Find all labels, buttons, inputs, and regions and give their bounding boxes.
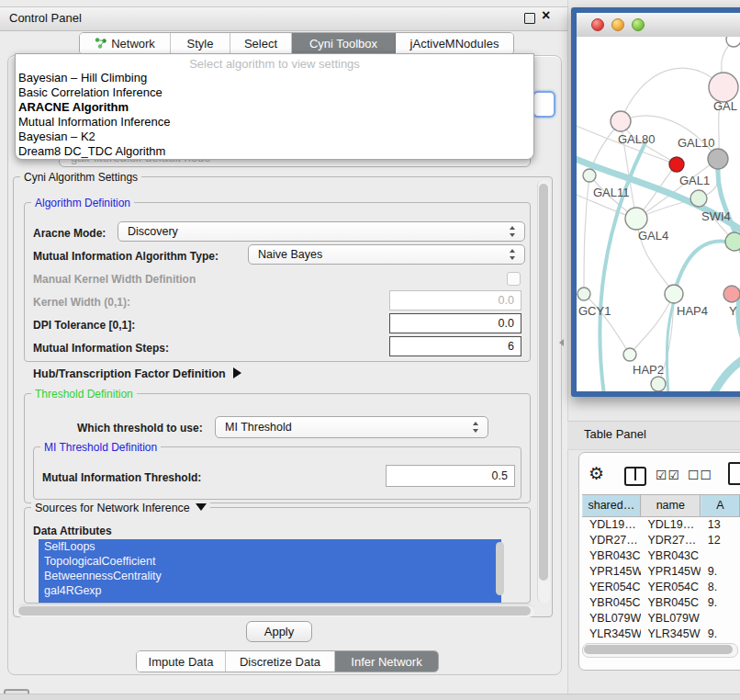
node-label: GAL11 [593,186,630,199]
mi-type-combo[interactable]: Naive Bayes [248,244,525,265]
close-icon[interactable]: × [542,7,550,24]
table-row[interactable]: YDL19…YDL19…13 [582,517,740,533]
data-attributes-label: Data Attributes [33,525,112,537]
close-traffic-light-icon[interactable] [591,18,604,31]
panel-title: Control Panel [9,11,82,25]
tab-label: Infer Network [351,655,421,669]
network-node[interactable] [690,190,707,207]
column-header[interactable]: name [641,495,701,516]
network-node[interactable] [669,157,684,172]
attribute-item[interactable]: BetweennessCentrality [39,569,501,583]
node-label: GCY1 [578,304,611,318]
tab-infer-network[interactable]: Infer Network [335,651,438,672]
combo-arrows-icon [510,226,516,237]
table-row[interactable]: YDR27…YDR27…12 [582,533,740,548]
column-header[interactable]: shared… [582,495,641,516]
attribute-item[interactable]: TopologicalCoefficient [39,554,501,569]
which-threshold-combo[interactable]: MI Threshold [215,416,488,438]
table-body: YDL19…YDL19…13YDR27…YDR27…12YBR043CYBR04… [582,517,740,641]
network-node[interactable] [577,288,590,300]
table-row[interactable]: YBR045CYBR045C9. [582,595,740,611]
mi-steps-label: Mutual Information Steps: [33,342,169,355]
network-node[interactable] [625,208,647,230]
bottom-tab-bar: Impute Data Discretize Data Infer Networ… [136,650,439,672]
aracne-mode-combo[interactable]: Discovery [118,221,525,242]
network-node[interactable] [611,111,631,131]
node-label: HAP4 [677,304,708,318]
select-all-checked-icon[interactable]: ☑☑ [656,468,680,482]
table-row[interactable]: YBR043CYBR043C [582,548,740,564]
scrollbar-thumb[interactable] [18,606,531,615]
table-row[interactable]: YPR145WYPR145W9. [582,564,740,580]
sources-group-title[interactable]: Sources for Network Inference [31,502,210,514]
scrollbar-thumb[interactable] [539,184,548,581]
algorithm-item[interactable]: Bayesian – Hill Climbing [16,71,533,85]
tab-cyni-toolbox[interactable]: Cyni Toolbox [292,33,396,54]
attribute-item[interactable]: gal4RGexp [39,583,501,598]
network-node[interactable] [651,377,666,391]
algorithm-item[interactable]: Basic Correlation Inference [16,85,533,100]
network-icon [95,37,107,51]
attribute-item[interactable]: SelfLoops [39,539,501,554]
splitter-collapse-icon[interactable] [559,339,564,346]
threshold-definition-title: Threshold Definition [31,388,137,401]
algorithm-item[interactable]: Mutual Information Inference [16,115,533,130]
node-table: shared…nameA YDL19…YDL19…13YDR27…YDR27…1… [582,494,740,641]
zoom-traffic-light-icon[interactable] [632,18,645,31]
network-node[interactable] [583,169,596,182]
table-row[interactable]: YER054CYER054C8. [582,580,740,595]
apply-button[interactable]: Apply [246,621,312,642]
which-threshold-label: Which threshold to use: [77,422,203,435]
dpi-tolerance-field[interactable]: 0.0 [389,313,521,333]
network-node[interactable] [623,348,636,361]
tab-impute-data[interactable]: Impute Data [137,651,226,672]
dpi-tolerance-label: DPI Tolerance [0,1]: [33,319,135,332]
tab-select[interactable]: Select [230,33,292,54]
table-row[interactable]: YBL079WYBL079W [582,611,740,627]
focused-combo-sliver[interactable] [533,91,555,118]
network-node[interactable] [665,285,683,303]
export-table-icon[interactable] [728,462,740,485]
tab-jactivemnodules[interactable]: jActiveMNodules [396,33,513,54]
algorithm-item[interactable]: Bayesian – K2 [16,130,533,144]
network-node[interactable] [709,73,738,102]
network-node[interactable] [726,37,740,47]
hub-definition-expander[interactable]: Hub/Transcription Factor Definition [33,367,241,380]
attribute-list-scrollbar[interactable] [496,542,504,595]
network-node[interactable] [723,286,740,302]
algorithm-popup-hint: Select algorithm to view settings [16,54,533,71]
kernel-width-field[interactable]: 0.0 [389,290,521,310]
network-node[interactable] [708,149,728,169]
minimize-traffic-light-icon[interactable] [611,18,624,31]
select-none-icon[interactable]: ☐☐ [688,468,712,482]
scrollbar-thumb[interactable] [584,645,733,654]
collapse-down-icon [196,503,207,511]
tab-style[interactable]: Style [171,33,230,54]
columns-icon[interactable] [624,467,646,486]
algorithm-item[interactable]: ARACNE Algorithm [16,100,533,115]
settings-vertical-scrollbar[interactable] [537,180,550,603]
combo-arrows-icon [510,249,516,260]
tab-discretize-data[interactable]: Discretize Data [226,651,335,672]
column-header[interactable]: A [701,495,740,516]
mi-steps-field[interactable]: 6 [389,336,521,356]
tab-label: Network [111,37,155,51]
network-node[interactable] [725,232,740,251]
gear-icon[interactable]: ⚙ [589,463,604,484]
mi-threshold-field[interactable]: 0.5 [386,465,515,487]
table-row[interactable]: YLR345WYLR345W9. [582,627,740,641]
hub-definition-label: Hub/Transcription Factor Definition [33,367,226,380]
network-view-window[interactable]: GALGAL80GAL10GAL1GAL11SWI4GAL4GCY1HAP4YH… [571,7,740,397]
manual-kernel-checkbox[interactable] [507,272,521,286]
node-label: HAP2 [633,363,664,377]
float-window-icon[interactable] [524,13,535,24]
tab-label: Select [244,37,277,51]
settings-horizontal-scrollbar[interactable] [17,604,534,617]
node-label: GAL [713,99,737,113]
tab-network[interactable]: Network [80,33,171,54]
network-window-titlebar[interactable] [577,13,740,38]
node-label: SWI4 [701,209,731,223]
control-panel-titlebar [0,6,567,31]
network-canvas[interactable]: GALGAL80GAL10GAL1GAL11SWI4GAL4GCY1HAP4YH… [577,37,740,391]
algorithm-item[interactable]: Dream8 DC_TDC Algorithm [16,144,533,159]
